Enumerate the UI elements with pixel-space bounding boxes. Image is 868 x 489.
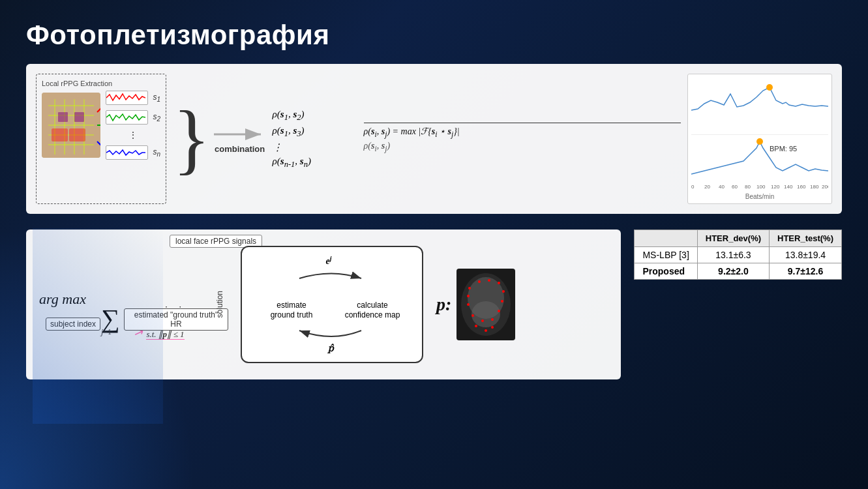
wave-svg-2 — [106, 111, 145, 124]
signal-row-n: sn — [106, 145, 160, 160]
combination-group: } combination — [173, 100, 266, 178]
svg-point-56 — [467, 295, 470, 297]
dots-corr: ⋮ — [273, 141, 357, 153]
svg-text:60: 60 — [732, 184, 738, 190]
svg-text:p̂: p̂ — [327, 344, 335, 353]
face-3d-mesh — [456, 269, 515, 340]
signal-box-1 — [106, 91, 148, 105]
table-col-dev: HTER_dev(%) — [697, 230, 769, 247]
svg-text:ej: ej — [326, 255, 332, 267]
top-panel: Local rPPG Extraction — [26, 64, 842, 214]
svg-text:80: 80 — [745, 184, 751, 190]
svg-rect-11 — [52, 128, 68, 141]
svg-text:estimate: estimate — [277, 301, 307, 310]
bpm-chart: BPM: 95 0 20 40 60 80 100 120 140 160 18… — [687, 74, 832, 204]
svg-point-49 — [502, 290, 505, 293]
svg-text:calculate: calculate — [357, 301, 388, 310]
signal-row-2: s2 — [106, 110, 160, 125]
bottom-formula: ρ(si, sj) = max |ℱ{si ⋆ sj}| — [364, 123, 681, 139]
svg-point-59 — [485, 329, 487, 332]
svg-text:ground truth: ground truth — [271, 310, 313, 319]
table-row: Proposed9.2±2.09.7±12.6 — [635, 263, 842, 280]
signal-label-1: s1 — [153, 93, 160, 103]
svg-point-55 — [467, 303, 470, 306]
svg-text:140: 140 — [784, 184, 793, 190]
ground-truth-box: estimated "ground truth" HR — [124, 308, 228, 331]
svg-rect-14 — [74, 112, 84, 122]
signal-label-n: sn — [153, 147, 160, 158]
j-from-label: j=1 — [101, 327, 112, 337]
svg-rect-13 — [58, 112, 68, 122]
svg-point-46 — [478, 280, 481, 283]
svg-point-50 — [501, 300, 503, 303]
table-col-method — [635, 230, 697, 247]
table-cell-method: Proposed — [635, 263, 697, 280]
table-cell-dev: 13.1±6.3 — [697, 247, 769, 263]
table-body: MS-LBP [3]13.1±6.313.8±19.4Proposed9.2±2… — [635, 247, 842, 280]
argmax-formula: arg max p ∑ J j=1 ⟨p, g(sj, ej)⟩ — [39, 269, 202, 340]
svg-text:confidence map: confidence map — [345, 310, 400, 319]
p-colon: p: — [436, 294, 451, 315]
svg-text:20: 20 — [704, 184, 710, 190]
svg-point-52 — [491, 318, 494, 321]
svg-text:BPM: 95: BPM: 95 — [770, 145, 797, 153]
slide-title: Фотоплетизмография — [26, 20, 842, 51]
corr-2: ρ(s1, s3) — [273, 125, 357, 139]
table-cell-dev: 9.2±2.0 — [697, 263, 769, 280]
chart-top-svg — [691, 78, 828, 123]
signal-label-2: s2 — [153, 112, 160, 123]
fraction-top: ρ(si, sj) — [364, 139, 681, 155]
signal-row-1: s1 — [106, 91, 160, 105]
face-mesh-svg — [456, 269, 515, 340]
svg-text:180: 180 — [810, 184, 819, 190]
subject-index-box: subject index — [46, 318, 100, 331]
solution-label: solution — [215, 291, 224, 318]
face-image — [42, 93, 100, 158]
chart-bottom: BPM: 95 0 20 40 60 80 100 120 140 160 18… — [691, 135, 828, 200]
table-cell-test: 13.8±19.4 — [770, 247, 842, 263]
svg-rect-12 — [69, 128, 85, 141]
svg-text:0: 0 — [691, 184, 695, 190]
table-row: MS-LBP [3]13.1±6.313.8±19.4 — [635, 247, 842, 263]
svg-point-51 — [498, 310, 500, 312]
bottom-panel: local face rPPG signals arg max p ∑ J j=… — [26, 230, 621, 379]
face-grid-svg — [42, 93, 100, 158]
svg-point-45 — [468, 287, 471, 289]
cycle-svg: ej — [247, 252, 417, 357]
svg-point-54 — [471, 314, 474, 317]
wave-svg-1 — [106, 91, 145, 104]
beats-min-label: Beats/min — [691, 193, 828, 200]
table-area: HTER_dev(%) HTER_test(%) MS-LBP [3]13.1±… — [634, 230, 842, 283]
table-cell-test: 9.7±12.6 — [770, 263, 842, 280]
solution-diagram: ej — [241, 246, 423, 363]
corr-n: ρ(sn-1, sn) — [273, 156, 357, 170]
wave-svg-n — [106, 146, 145, 159]
ground-truth-label: estimated "ground truth" HR — [134, 310, 218, 329]
svg-text:160: 160 — [797, 184, 806, 190]
results-table: HTER_dev(%) HTER_test(%) MS-LBP [3]13.1±… — [634, 230, 842, 280]
svg-point-53 — [481, 319, 484, 322]
signal-box-2 — [106, 110, 148, 125]
svg-point-57 — [475, 325, 477, 327]
bottom-row: local face rPPG signals arg max p ∑ J j=… — [26, 230, 842, 387]
svg-point-44 — [471, 301, 500, 327]
svg-point-20 — [766, 84, 773, 91]
table-col-test: HTER_test(%) — [770, 230, 842, 247]
extraction-label: Local rPPG Extraction — [42, 80, 112, 87]
signals-right: s1 s2 ⋮ — [106, 91, 160, 160]
curly-brace: } — [173, 100, 211, 178]
svg-point-21 — [756, 138, 763, 145]
correlations-section: ρ(s1, s2) ρ(s1, s3) ⋮ ρ(sn-1, sn) — [273, 109, 357, 170]
dots-1: ⋮ — [106, 130, 160, 140]
panels-row: Local rPPG Extraction — [26, 64, 842, 387]
chart-bottom-svg: BPM: 95 0 20 40 60 80 100 120 140 160 18… — [691, 135, 828, 190]
combination-arrow-svg — [214, 125, 266, 144]
signal-box-n — [106, 145, 148, 160]
chart-top — [691, 78, 828, 135]
arrow-combo: combination — [214, 125, 266, 154]
svg-text:100: 100 — [756, 184, 766, 190]
argmax-text: arg max — [39, 291, 86, 307]
face-extraction-box: Local rPPG Extraction — [36, 74, 166, 204]
svg-text:200: 200 — [822, 184, 828, 190]
svg-text:120: 120 — [771, 184, 780, 190]
